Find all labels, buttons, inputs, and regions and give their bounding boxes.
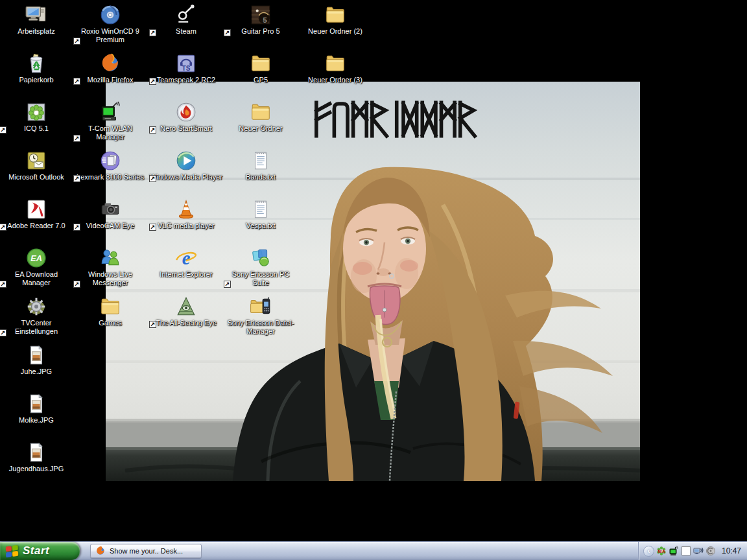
- icon-label: Nero StartSmart: [160, 124, 211, 133]
- guitar-wood-icon: 5: [250, 4, 272, 26]
- desktop-icon-firefox[interactable]: ↗ Mozilla Firefox: [74, 52, 147, 84]
- icon-label: Neuer Ordner: [239, 124, 282, 133]
- desktop-icon-wmp[interactable]: ↗ Windows Media Player: [150, 150, 222, 181]
- desktop-icon-tcom-wlan[interactable]: ↗ T-Com WLAN Manager: [74, 101, 147, 141]
- desktop-icon-vespa-txt[interactable]: Vespa.txt: [224, 198, 297, 230]
- tray-chevron-button[interactable]: ‹: [643, 546, 654, 557]
- blank-tray-icon[interactable]: [681, 546, 691, 556]
- outlook-icon: [25, 150, 47, 172]
- cd-disc-icon: [99, 4, 121, 26]
- notepad-file-icon: [250, 198, 272, 220]
- image-file-icon: [25, 441, 47, 463]
- desktop-icon-all-seeing-eye[interactable]: ↗ The All-Seeing Eye: [150, 296, 222, 327]
- shortcut-arrow-icon: ↗: [224, 29, 231, 36]
- desktop-icon-games-folder[interactable]: Games: [74, 296, 147, 327]
- pc-suite-icon: [250, 247, 272, 269]
- desktop-icon-se-datei-manager[interactable]: Sony Ericsson Datei-Manager: [224, 296, 297, 336]
- teamspeak-icon: TS: [175, 52, 197, 75]
- icon-label: VLC media player: [158, 222, 214, 230]
- desktop: Arbeitsplatz Papierkorb ↗ ICQ 5.1: [0, 0, 747, 560]
- taskbar-task-firefox[interactable]: Show me your.. Desk...: [90, 544, 202, 558]
- desktop-icon-outlook[interactable]: Microsoft Outlook: [0, 150, 73, 181]
- desktop-icon-se-pc-suite[interactable]: ↗ Sony Ericsson PC Suite: [224, 247, 297, 287]
- desktop-icon-juhe-jpg[interactable]: Juhe.JPG: [0, 344, 73, 376]
- icon-label: T-Com WLAN Manager: [74, 124, 147, 141]
- task-label: Show me your.. Desk...: [110, 547, 183, 555]
- start-button[interactable]: Start: [0, 542, 80, 560]
- start-label: Start: [23, 544, 49, 557]
- folder-icon: [324, 4, 346, 26]
- svg-text:EA: EA: [30, 253, 42, 263]
- icon-label: Papierkorb: [19, 76, 53, 84]
- round-swirl-tray-icon[interactable]: [706, 546, 716, 556]
- desktop-icon-guitar-pro[interactable]: 5 ↗ Guitar Pro 5: [224, 4, 297, 36]
- desktop-icon-teamspeak[interactable]: TS ↗ Teamspeak 2 RC2: [150, 52, 222, 84]
- flame-icon: [175, 101, 197, 123]
- desktop-icon-gp5-folder[interactable]: GP5: [224, 52, 297, 84]
- icq-tray-icon[interactable]: N/A: [656, 546, 667, 556]
- icon-label: Windows Live Messenger: [74, 270, 147, 287]
- desktop-icon-roxio[interactable]: ↗ Roxio WinOnCD 9 Premium: [74, 4, 147, 44]
- taskbar-clock[interactable]: 10:47: [722, 546, 741, 555]
- icon-label: Steam: [176, 27, 196, 36]
- desktop-icon-jugendhaus-jpg[interactable]: Jugendhaus.JPG: [0, 441, 73, 473]
- desktop-icon-vlc[interactable]: ↗ VLC media player: [150, 198, 222, 230]
- desktop-icon-neuer-ordner-3[interactable]: Neuer Ordner (3): [299, 52, 372, 84]
- desktop-icon-molke-jpg[interactable]: Molke.JPG: [0, 393, 73, 425]
- internet-explorer-icon: e: [175, 247, 197, 269]
- desktop-icon-wlm[interactable]: ↗ Windows Live Messenger: [74, 247, 147, 287]
- shortcut-arrow-icon: ↗: [149, 29, 156, 36]
- desktop-icon-arbeitsplatz[interactable]: Arbeitsplatz: [0, 4, 73, 36]
- shortcut-arrow-icon: ↗: [73, 175, 80, 182]
- wlan-device-icon: [99, 101, 121, 123]
- icon-label: Neuer Ordner (2): [308, 27, 362, 36]
- desktop-icon-steam[interactable]: ↗ Steam: [150, 4, 222, 36]
- shortcut-arrow-icon: ↗: [0, 281, 6, 288]
- desktop-icon-bands-txt[interactable]: Bands.txt: [224, 150, 297, 181]
- traffic-cone-icon: [175, 198, 197, 220]
- icon-label: Bands.txt: [246, 173, 276, 181]
- icon-label: Roxio WinOnCD 9 Premium: [74, 27, 147, 44]
- icon-label: Adobe Reader 7.0: [7, 222, 65, 230]
- camera-icon: [99, 198, 121, 220]
- desktop-icon-videocam[interactable]: ↗ VideoCAM Eye: [74, 198, 147, 230]
- firefox-icon: [95, 546, 106, 556]
- shortcut-arrow-icon: ↗: [149, 126, 156, 134]
- desktop-icon-nero[interactable]: ↗ Nero StartSmart: [150, 101, 222, 133]
- icon-label: Internet Explorer: [160, 270, 212, 279]
- shortcut-arrow-icon: ↗: [73, 78, 80, 85]
- shortcut-arrow-icon: ↗: [0, 224, 6, 231]
- tcom-wlan-tray-icon[interactable]: [669, 546, 679, 556]
- desktop-icon-neuer-ordner[interactable]: Neuer Ordner: [224, 101, 297, 133]
- svg-text:TS: TS: [182, 65, 191, 72]
- svg-text:N/A: N/A: [658, 549, 665, 554]
- taskbar: Start Show me your.. Desk... ‹ N/A: [0, 541, 747, 560]
- image-file-icon: [25, 393, 47, 415]
- shortcut-arrow-icon: ↗: [224, 281, 231, 288]
- desktop-icon-adobe-reader[interactable]: ↗ Adobe Reader 7.0: [0, 198, 73, 230]
- desktop-icon-tvcenter[interactable]: ↗ TVCenter Einstellungen: [0, 296, 73, 336]
- shortcut-arrow-icon: ↗: [149, 175, 156, 182]
- svg-text:e: e: [182, 248, 191, 268]
- icon-label: ICQ 5.1: [24, 124, 49, 133]
- image-file-icon: [25, 344, 47, 366]
- desktop-icon-internet-explorer[interactable]: e Internet Explorer: [150, 247, 222, 279]
- desktop-icon-icq[interactable]: ↗ ICQ 5.1: [0, 101, 73, 133]
- shortcut-arrow-icon: ↗: [149, 78, 156, 85]
- icon-label: Jugendhaus.JPG: [9, 465, 64, 473]
- icon-label: Games: [99, 319, 121, 327]
- icon-label: Windows Media Player: [150, 173, 222, 181]
- desktop-icon-papierkorb[interactable]: Papierkorb: [0, 52, 73, 84]
- shortcut-arrow-icon: ↗: [73, 38, 80, 45]
- desktop-icon-lexmark[interactable]: ↗ Lexmark 3100 Series: [74, 150, 147, 181]
- desktop-icon-ea-download-manager[interactable]: EA ↗ EA Download Manager: [0, 247, 73, 287]
- pyramid-eye-icon: [175, 296, 197, 318]
- notepad-file-icon: [250, 150, 272, 172]
- wireless-network-tray-icon[interactable]: [693, 546, 704, 556]
- shortcut-arrow-icon: ↗: [0, 126, 6, 134]
- folder-icon: [250, 52, 272, 75]
- icon-label: The All-Seeing Eye: [156, 319, 217, 327]
- printer-pages-icon: [99, 150, 121, 172]
- desktop-icon-neuer-ordner-2[interactable]: Neuer Ordner (2): [299, 4, 372, 36]
- shortcut-arrow-icon: ↗: [149, 224, 156, 231]
